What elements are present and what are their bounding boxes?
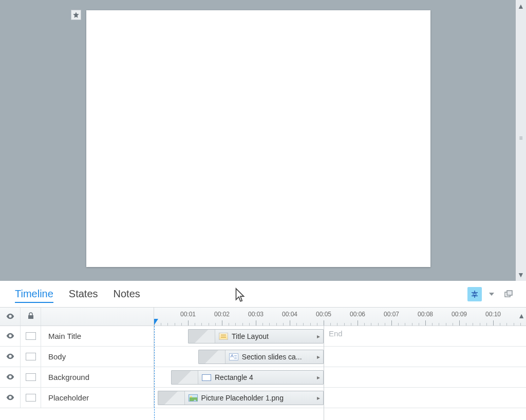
- ruler-tick-label: 00:03: [248, 311, 264, 318]
- ruler-tick-label: 00:09: [452, 311, 467, 318]
- clip-type-icon: [229, 353, 239, 361]
- visibility-toggle[interactable]: [0, 347, 21, 367]
- align-playhead-icon: [471, 290, 479, 298]
- playhead[interactable]: [154, 319, 158, 325]
- layer-name[interactable]: Background: [41, 373, 154, 381]
- clip-type-icon: [218, 332, 229, 340]
- clip-fade-handle[interactable]: [172, 371, 198, 384]
- timeline-options-dropdown[interactable]: [489, 293, 494, 296]
- ruler-tick-label: 00:07: [384, 311, 399, 318]
- eye-icon: [6, 332, 14, 340]
- svg-rect-3: [473, 293, 476, 295]
- right-panel-toggle: ▲ ≡ ▼: [516, 0, 526, 281]
- ruler-tick-label: 00:08: [418, 311, 433, 318]
- track-area[interactable]: Rectangle 4 ▸: [154, 367, 526, 387]
- eye-icon: [6, 394, 14, 402]
- clip-fade-handle[interactable]: [158, 391, 185, 405]
- ruler-tick-label: 00:06: [350, 311, 365, 318]
- tab-timeline[interactable]: Timeline: [15, 286, 53, 303]
- clip-label: Section slides ca...: [242, 353, 323, 361]
- layer-name[interactable]: Main Title: [41, 332, 154, 340]
- clip-menu-icon[interactable]: ▸: [317, 374, 320, 381]
- clip-label: Rectangle 4: [215, 373, 323, 381]
- timeline-header: 00:0100:0200:0300:0400:0500:0600:0700:08…: [0, 308, 526, 326]
- layer-name[interactable]: Placeholder: [41, 393, 154, 402]
- timeline-clip[interactable]: Section slides ca... ▸: [198, 350, 324, 364]
- clip-menu-icon[interactable]: ▸: [317, 394, 320, 402]
- tab-states[interactable]: States: [69, 286, 98, 302]
- ruler-tick-label: 00:05: [316, 311, 331, 318]
- clip-type-icon: [188, 394, 198, 402]
- track-area[interactable]: Picture Placeholder 1.png ▸: [154, 388, 526, 408]
- svg-rect-5: [507, 291, 512, 295]
- ruler-tick-label: 00:02: [214, 311, 230, 318]
- clip-label: Picture Placeholder 1.png: [201, 394, 323, 402]
- ruler-tick-label: 00:01: [180, 311, 196, 318]
- canvas-area: ▲ ≡ ▼: [0, 0, 526, 281]
- timeline-clip[interactable]: Title Layout ▸: [188, 329, 324, 343]
- clip-type-icon: [201, 373, 212, 381]
- panel-tabs-bar: Timeline States Notes: [0, 281, 526, 308]
- slide-effects-button[interactable]: [71, 10, 81, 20]
- eye-icon: [6, 373, 14, 381]
- undock-icon: [504, 290, 513, 298]
- panel-arrow-up-icon[interactable]: ▲: [517, 2, 524, 10]
- lock-column-header[interactable]: [21, 308, 41, 326]
- slide-canvas[interactable]: [86, 10, 430, 267]
- timeline-clip[interactable]: Rectangle 4 ▸: [171, 370, 324, 385]
- clip-fade-handle[interactable]: [199, 350, 226, 364]
- ruler-tick-label: 00:10: [485, 311, 501, 318]
- clip-label: Title Layout: [232, 332, 323, 340]
- lock-toggle[interactable]: [21, 347, 41, 367]
- timeline-clip[interactable]: Picture Placeholder 1.png ▸: [158, 391, 324, 405]
- timeline-panel: 00:0100:0200:0300:0400:0500:0600:0700:08…: [0, 308, 526, 420]
- lock-toggle[interactable]: [21, 326, 41, 346]
- tab-notes[interactable]: Notes: [114, 286, 140, 302]
- timeline-row: Main Title Title Layout ▸: [0, 326, 526, 347]
- align-playhead-button[interactable]: [467, 287, 482, 301]
- visibility-toggle[interactable]: [0, 388, 21, 408]
- scroll-up-icon[interactable]: ▲: [518, 312, 525, 320]
- timeline-row: Background Rectangle 4 ▸: [0, 367, 526, 388]
- clip-fade-handle[interactable]: [189, 330, 215, 343]
- clip-menu-icon[interactable]: ▸: [317, 333, 320, 340]
- panel-grip-icon[interactable]: ≡: [519, 135, 522, 142]
- ruler-tick-label: 00:04: [282, 311, 297, 318]
- visibility-column-header[interactable]: [0, 308, 21, 326]
- clip-menu-icon[interactable]: ▸: [317, 353, 320, 360]
- timeline-ruler[interactable]: 00:0100:0200:0300:0400:0500:0600:0700:08…: [154, 308, 526, 326]
- timeline-body: End Main Title Title Layout ▸ Body Secti…: [0, 326, 526, 420]
- playhead-line: [154, 326, 155, 420]
- layer-name[interactable]: Body: [41, 352, 154, 361]
- end-marker-line[interactable]: [324, 326, 324, 420]
- panel-arrow-down-icon[interactable]: ▼: [517, 271, 524, 279]
- timeline-row: Placeholder Picture Placeholder 1.png ▸: [0, 388, 526, 408]
- track-area[interactable]: Title Layout ▸: [154, 326, 526, 346]
- lock-toggle[interactable]: [21, 367, 41, 387]
- timeline-row: Body Section slides ca... ▸: [0, 347, 526, 367]
- eye-icon: [6, 353, 14, 361]
- track-area[interactable]: Section slides ca... ▸: [154, 347, 526, 367]
- eye-icon: [6, 313, 14, 321]
- lock-icon: [28, 312, 34, 321]
- svg-rect-6: [28, 315, 33, 319]
- visibility-toggle[interactable]: [0, 326, 21, 346]
- undock-panel-button[interactable]: [501, 287, 516, 301]
- star-icon: [72, 11, 80, 18]
- visibility-toggle[interactable]: [0, 367, 21, 387]
- lock-toggle[interactable]: [21, 388, 41, 408]
